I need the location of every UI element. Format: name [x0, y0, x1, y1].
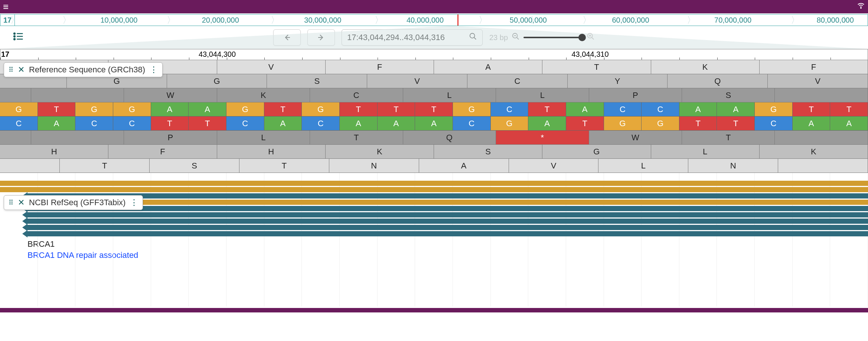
amino-acid-cell: H	[0, 145, 108, 158]
base-cell: A	[793, 117, 831, 130]
zoom-slider-thumb[interactable]	[578, 34, 586, 41]
ref-track-title: Reference Sequence (GRCh38)	[29, 65, 145, 75]
feature-band[interactable]	[27, 193, 868, 199]
detail-chromosome: 17	[1, 50, 9, 59]
amino-acid-cell: A	[434, 60, 542, 74]
overview-tick: 20,000,000	[202, 16, 239, 24]
svg-line-13	[517, 37, 519, 40]
base-cell: T	[717, 117, 755, 130]
amino-acid-cell: Q	[668, 74, 768, 88]
amino-acid-cell: L	[651, 145, 760, 158]
drag-handle-icon[interactable]: ⠿	[9, 68, 13, 72]
chevron-right-icon: 〉	[479, 14, 487, 26]
base-cell: G	[75, 102, 113, 116]
close-icon[interactable]: ✕	[18, 65, 25, 75]
position-marker[interactable]	[457, 14, 459, 26]
overview-tick: 10,000,000	[100, 16, 137, 24]
amino-acid-cell	[31, 88, 124, 102]
overview-ruler[interactable]: 17 〉〉〉〉〉〉〉〉〉〉〉〉〉〉〉〉〉10,000,00020,000,000…	[0, 14, 868, 26]
base-cell: T	[566, 117, 604, 130]
base-cell: T	[151, 117, 189, 130]
base-cell: G	[491, 117, 529, 130]
feature-band[interactable]	[27, 212, 868, 217]
forward-button[interactable]	[307, 29, 335, 46]
amino-acid-cell: N	[688, 159, 778, 173]
amino-acid-cell: K	[651, 60, 760, 74]
zoom-slider[interactable]	[523, 37, 583, 38]
amino-acid-cell	[775, 88, 868, 102]
amino-acid-cell: T	[60, 159, 150, 173]
base-cell: C	[453, 117, 491, 130]
amino-acid-cell: W	[589, 131, 682, 144]
zoom-bp-label: 23 bp	[489, 33, 508, 42]
amino-acid-row: WKCLLPS	[0, 88, 868, 102]
feature-band[interactable]	[0, 187, 868, 192]
base-cell: T	[189, 117, 226, 130]
hamburger-icon[interactable]: ≡	[3, 2, 9, 12]
base-cell: T	[38, 102, 76, 116]
zoom-in-icon[interactable]	[587, 32, 595, 43]
feature-band[interactable]	[27, 200, 868, 205]
base-cell: A	[717, 102, 755, 116]
base-cell: T	[415, 102, 453, 116]
svg-point-4	[14, 36, 15, 37]
base-cell: C	[755, 117, 793, 130]
overview-tick: 50,000,000	[510, 16, 547, 24]
chevron-right-icon: 〉	[687, 14, 696, 26]
amino-acid-cell	[775, 131, 868, 144]
gene-name: BRCA1	[27, 239, 868, 249]
overview-ticks[interactable]: 〉〉〉〉〉〉〉〉〉〉〉〉〉〉〉〉〉10,000,00020,000,00030,…	[15, 14, 868, 26]
base-cell: A	[415, 117, 453, 130]
base-cell: C	[0, 117, 38, 130]
chevron-right-icon: 〉	[271, 14, 280, 26]
amino-acid-cell: H	[217, 145, 326, 158]
svg-point-10	[470, 33, 475, 38]
drag-handle-icon[interactable]: ⠿	[9, 201, 13, 204]
feature-band[interactable]	[27, 231, 868, 236]
track-menu-icon[interactable]: ⋮	[130, 201, 138, 204]
base-cell: A	[264, 117, 302, 130]
amino-acid-cell: P	[124, 131, 217, 144]
zoom-out-icon[interactable]	[512, 32, 520, 43]
base-cell: A	[189, 102, 226, 116]
amino-acid-cell: T	[682, 131, 775, 144]
base-cell: G	[302, 102, 340, 116]
feature-band[interactable]	[27, 219, 868, 224]
amino-acid-cell: *	[496, 131, 589, 144]
feature-band[interactable]	[27, 206, 868, 211]
amino-acid-cell: V	[768, 74, 868, 88]
base-cell: G	[604, 117, 642, 130]
gene-track-header: ⠿ ✕ NCBI RefSeq (GFF3Tabix) ⋮	[4, 195, 143, 210]
overview-tick: 30,000,000	[304, 16, 341, 24]
track-selector-icon[interactable]	[13, 31, 24, 45]
titlebar: ≡	[0, 0, 868, 13]
close-icon[interactable]: ✕	[18, 198, 25, 207]
amino-acid-row: TSTNAVLN	[0, 159, 868, 173]
chevron-right-icon: 〉	[791, 14, 800, 26]
chevron-right-icon: 〉	[375, 14, 384, 26]
base-cell: A	[679, 102, 717, 116]
amino-acid-cell: C	[310, 88, 403, 102]
track-menu-icon[interactable]: ⋮	[150, 68, 158, 72]
back-button[interactable]	[273, 29, 301, 46]
amino-acid-cell: L	[217, 131, 310, 144]
amino-acid-cell: S	[682, 88, 775, 102]
base-cell: A	[38, 117, 76, 130]
svg-line-11	[474, 37, 476, 40]
amino-acid-cell: F	[760, 60, 868, 74]
overview-tick: 70,000,000	[714, 16, 751, 24]
base-cell: T	[264, 102, 302, 116]
gene-description-link[interactable]: BRCA1 DNA repair associated	[27, 250, 868, 260]
base-cell: T	[340, 102, 378, 116]
amino-acid-cell: Y	[568, 74, 668, 88]
search-icon[interactable]	[469, 32, 477, 43]
base-cell: T	[679, 117, 717, 130]
location-input[interactable]	[347, 33, 462, 42]
amino-acid-cell: V	[367, 74, 467, 88]
amino-acid-cell	[31, 131, 124, 144]
feature-band[interactable]	[27, 225, 868, 230]
feature-band[interactable]	[0, 181, 868, 186]
location-box	[342, 29, 483, 46]
bottombar	[0, 308, 868, 312]
detail-ruler[interactable]: 17 43,044,30043,044,310	[0, 49, 868, 60]
